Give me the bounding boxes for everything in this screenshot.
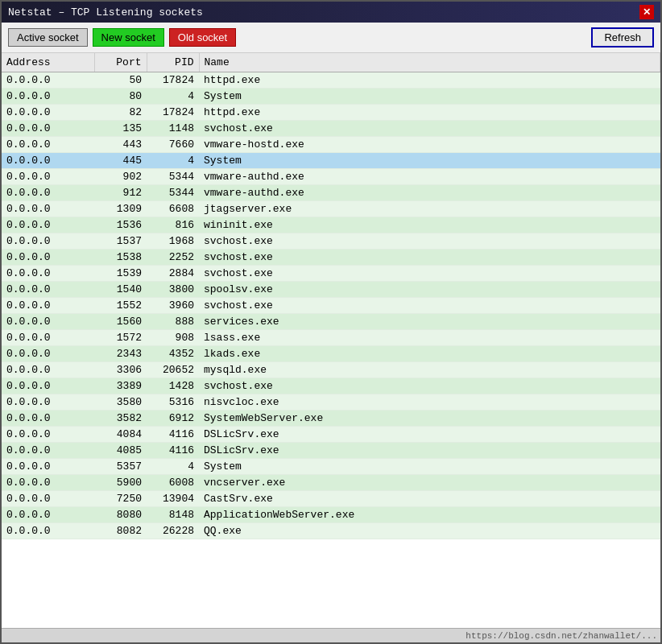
cell-name: httpd.exe [199,72,660,89]
cell-pid: 5344 [147,185,199,201]
cell-address: 0.0.0.0 [2,153,94,169]
table-row[interactable]: 0.0.0.01351148svchost.exe [2,121,660,137]
cell-port: 1537 [94,233,147,250]
cell-address: 0.0.0.0 [2,250,94,266]
cell-port: 1538 [94,250,147,266]
cell-name: System [199,153,660,169]
cell-pid: 6008 [147,475,199,491]
cell-port: 82 [94,105,147,121]
table-row[interactable]: 0.0.0.033891428svchost.exe [2,378,660,394]
cell-name: ApplicationWebServer.exe [199,507,660,523]
cell-name: vmware-authd.exe [199,185,660,201]
cell-pid: 4352 [147,346,199,362]
cell-pid: 3960 [147,298,199,314]
table-row[interactable]: 0.0.0.015403800spoolsv.exe [2,282,660,298]
cell-port: 443 [94,137,147,153]
cell-port: 1536 [94,217,147,233]
cell-pid: 908 [147,330,199,346]
cell-address: 0.0.0.0 [2,121,94,137]
cell-pid: 816 [147,217,199,233]
cell-pid: 26228 [147,523,199,539]
table-row[interactable]: 0.0.0.08217824httpd.exe [2,105,660,121]
cell-pid: 6912 [147,411,199,427]
cell-port: 1539 [94,266,147,282]
table-row[interactable]: 0.0.0.015371968svchost.exe [2,233,660,250]
cell-address: 0.0.0.0 [2,217,94,233]
cell-name: lkads.exe [199,346,660,362]
table-row[interactable]: 0.0.0.05017824httpd.exe [2,72,660,89]
cell-pid: 1428 [147,378,199,394]
cell-name: services.exe [199,314,660,330]
table-row[interactable]: 0.0.0.04437660vmware-hostd.exe [2,137,660,153]
cell-address: 0.0.0.0 [2,475,94,491]
cell-name: nisvcloc.exe [199,394,660,411]
cell-port: 3582 [94,411,147,427]
table-row[interactable]: 0.0.0.013096608jtagserver.exe [2,201,660,217]
cell-name: svchost.exe [199,250,660,266]
cell-address: 0.0.0.0 [2,169,94,185]
cell-pid: 13904 [147,491,199,507]
close-button[interactable]: ✕ [639,5,654,19]
cell-port: 8080 [94,507,147,523]
cell-pid: 2252 [147,250,199,266]
table-row[interactable]: 0.0.0.015523960svchost.exe [2,298,660,314]
socket-table-container[interactable]: Address Port PID Name 0.0.0.05017824http… [2,53,660,628]
cell-name: svchost.exe [199,121,660,137]
table-row[interactable]: 0.0.0.035826912SystemWebServer.exe [2,411,660,427]
table-row[interactable]: 0.0.0.01536816wininit.exe [2,217,660,233]
table-row[interactable]: 0.0.0.04454System [2,153,660,169]
cell-name: vmware-authd.exe [199,169,660,185]
table-row[interactable]: 0.0.0.015382252svchost.exe [2,250,660,266]
cell-pid: 17824 [147,105,199,121]
cell-address: 0.0.0.0 [2,266,94,282]
cell-pid: 17824 [147,72,199,89]
cell-address: 0.0.0.0 [2,137,94,153]
table-row[interactable]: 0.0.0.080808148ApplicationWebServer.exe [2,507,660,523]
table-row[interactable]: 0.0.0.0725013904CastSrv.exe [2,491,660,507]
cell-name: mysqld.exe [199,362,660,378]
cell-port: 5357 [94,459,147,475]
table-row[interactable]: 0.0.0.09125344vmware-authd.exe [2,185,660,201]
cell-address: 0.0.0.0 [2,443,94,459]
table-body: 0.0.0.05017824httpd.exe0.0.0.0804System0… [2,72,660,539]
cell-port: 5900 [94,475,147,491]
cell-port: 1552 [94,298,147,314]
table-row[interactable]: 0.0.0.035805316nisvcloc.exe [2,394,660,411]
table-row[interactable]: 0.0.0.0808226228QQ.exe [2,523,660,539]
col-header-address: Address [2,53,94,72]
cell-port: 8082 [94,523,147,539]
table-row[interactable]: 0.0.0.09025344vmware-authd.exe [2,169,660,185]
socket-table: Address Port PID Name 0.0.0.05017824http… [2,53,660,539]
window-title: Netstat – TCP Listening sockets [8,6,203,19]
table-row[interactable]: 0.0.0.040854116DSLicSrv.exe [2,443,660,459]
cell-name: System [199,459,660,475]
table-row[interactable]: 0.0.0.040844116DSLicSrv.exe [2,427,660,443]
refresh-button[interactable]: Refresh [591,27,654,47]
cell-name: lsass.exe [199,330,660,346]
cell-pid: 20652 [147,362,199,378]
cell-address: 0.0.0.0 [2,89,94,105]
cell-address: 0.0.0.0 [2,491,94,507]
cell-address: 0.0.0.0 [2,330,94,346]
cell-port: 3389 [94,378,147,394]
cell-address: 0.0.0.0 [2,185,94,201]
cell-port: 912 [94,185,147,201]
table-row[interactable]: 0.0.0.0330620652mysqld.exe [2,362,660,378]
cell-port: 1540 [94,282,147,298]
status-bar: https://blog.csdn.net/zhanwallet/... [2,628,660,642]
cell-port: 80 [94,89,147,105]
status-text: https://blog.csdn.net/zhanwallet/... [465,631,657,641]
cell-address: 0.0.0.0 [2,314,94,330]
table-row[interactable]: 0.0.0.053574System [2,459,660,475]
cell-name: DSLicSrv.exe [199,443,660,459]
cell-name: System [199,89,660,105]
table-row[interactable]: 0.0.0.023434352lkads.exe [2,346,660,362]
table-row[interactable]: 0.0.0.01560888services.exe [2,314,660,330]
table-row[interactable]: 0.0.0.0804System [2,89,660,105]
table-row[interactable]: 0.0.0.01572908lsass.exe [2,330,660,346]
cell-name: svchost.exe [199,298,660,314]
table-row[interactable]: 0.0.0.015392884svchost.exe [2,266,660,282]
old-socket-legend: Old socket [169,28,236,47]
cell-name: DSLicSrv.exe [199,427,660,443]
table-row[interactable]: 0.0.0.059006008vncserver.exe [2,475,660,491]
